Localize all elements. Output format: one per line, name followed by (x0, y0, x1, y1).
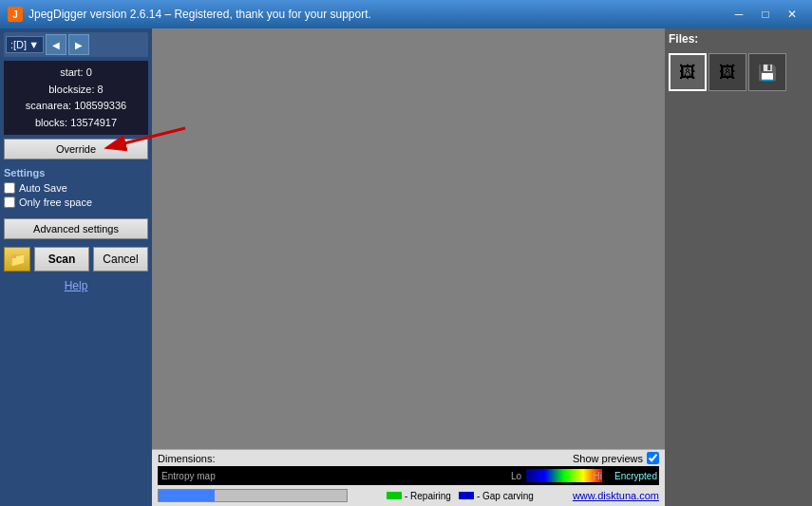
drive-selector[interactable]: :[D] ▼ (6, 36, 44, 53)
toolbar-btn-2[interactable]: ▶ (68, 34, 89, 55)
center-panel: Dimensions: Show previews Entropy map Lo… (152, 28, 665, 506)
entropy-gradient (526, 469, 602, 482)
info-start: start: 0 (9, 65, 142, 82)
thumbnail-1[interactable]: 🖼 (669, 53, 707, 91)
settings-section: Settings Auto Save Only free space (4, 167, 148, 211)
preview-area (152, 28, 665, 449)
gap-carving-label: - Gap carving (477, 491, 534, 501)
website-link[interactable]: www.disktuna.com (573, 490, 659, 501)
files-label: Files: (669, 32, 808, 46)
repairing-color-swatch (387, 492, 402, 499)
dimensions-label: Dimensions: (158, 453, 216, 464)
title-bar: J JpegDigger version 2.6.14 – Registered… (0, 0, 812, 28)
only-free-space-row[interactable]: Only free space (4, 197, 148, 208)
gap-carving-legend: - Gap carving (459, 491, 534, 501)
title-controls: ─ □ ✕ (727, 5, 804, 24)
legend-items: - Repairing - Gap carving (387, 491, 534, 501)
app-icon: J (8, 7, 23, 22)
toolbar-btn-1[interactable]: ◀ (46, 34, 66, 55)
auto-save-checkbox[interactable] (4, 182, 15, 194)
dropdown-icon: ▼ (28, 39, 39, 50)
main-layout: :[D] ▼ ◀ ▶ start: 0 blocksize: 8 scanare… (0, 28, 812, 506)
repairing-label: - Repairing (405, 491, 451, 501)
thumbnail-icon-2: 🖼 (719, 63, 736, 83)
thumbnail-2[interactable]: 🖼 (708, 53, 746, 91)
entropy-map-bar: Entropy map Lo Hi Encrypted (158, 466, 659, 485)
show-previews-label: Show previews (573, 453, 643, 464)
left-panel: :[D] ▼ ◀ ▶ start: 0 blocksize: 8 scanare… (0, 28, 152, 506)
drive-label: :[D] (10, 39, 27, 50)
folder-button[interactable]: 📁 (4, 247, 30, 272)
only-free-space-label: Only free space (19, 197, 92, 208)
info-scanarea: scanarea: 108599336 (9, 98, 142, 115)
info-blocksize: blocksize: 8 (9, 82, 142, 99)
title-bar-left: J JpegDigger version 2.6.14 – Registered… (8, 7, 371, 22)
entropy-hi-label: Hi (594, 471, 602, 481)
info-blocks: blocks: 13574917 (9, 115, 142, 132)
bottom-bar: Dimensions: Show previews Entropy map Lo… (152, 449, 665, 506)
progress-bar-fill (159, 490, 215, 501)
progress-bar (158, 489, 348, 502)
close-button[interactable]: ✕ (780, 5, 804, 24)
auto-save-row[interactable]: Auto Save (4, 182, 148, 194)
maximize-button[interactable]: □ (753, 5, 778, 24)
repairing-legend: - Repairing (387, 491, 451, 501)
settings-label: Settings (4, 167, 148, 178)
dimensions-row: Dimensions: Show previews (158, 452, 659, 464)
thumbnail-3[interactable]: 💾 (748, 53, 786, 91)
entropy-lo-label: Lo (511, 471, 521, 481)
title-text: JpegDigger version 2.6.14 – Registered, … (28, 8, 371, 21)
thumbnail-icon-1: 🖼 (679, 63, 696, 83)
legend-row: - Repairing - Gap carving www.disktuna.c… (158, 487, 659, 504)
auto-save-label: Auto Save (19, 182, 67, 194)
thumbnail-icon-3: 💾 (758, 64, 777, 82)
show-previews-checkbox[interactable] (647, 452, 659, 464)
folder-icon: 📁 (9, 252, 26, 267)
entropy-map-label: Entropy map (161, 471, 216, 481)
advanced-settings-button[interactable]: Advanced settings (4, 218, 148, 239)
scan-button[interactable]: Scan (34, 247, 89, 272)
thumbnail-row: 🖼 🖼 💾 (669, 53, 808, 91)
right-panel: Files: 🖼 🖼 💾 (665, 28, 812, 506)
minimize-button[interactable]: ─ (727, 5, 751, 24)
entropy-encrypted-label: Encrypted (614, 471, 657, 481)
gap-carving-color-swatch (459, 492, 474, 499)
help-link[interactable]: Help (4, 279, 148, 292)
toolbar-row: :[D] ▼ ◀ ▶ (4, 32, 148, 57)
show-previews-row: Show previews (573, 452, 659, 464)
only-free-space-checkbox[interactable] (4, 197, 15, 208)
cancel-button[interactable]: Cancel (93, 247, 148, 272)
action-buttons: 📁 Scan Cancel (4, 247, 148, 272)
override-button[interactable]: Override (4, 139, 148, 159)
info-block: start: 0 blocksize: 8 scanarea: 10859933… (4, 61, 148, 135)
